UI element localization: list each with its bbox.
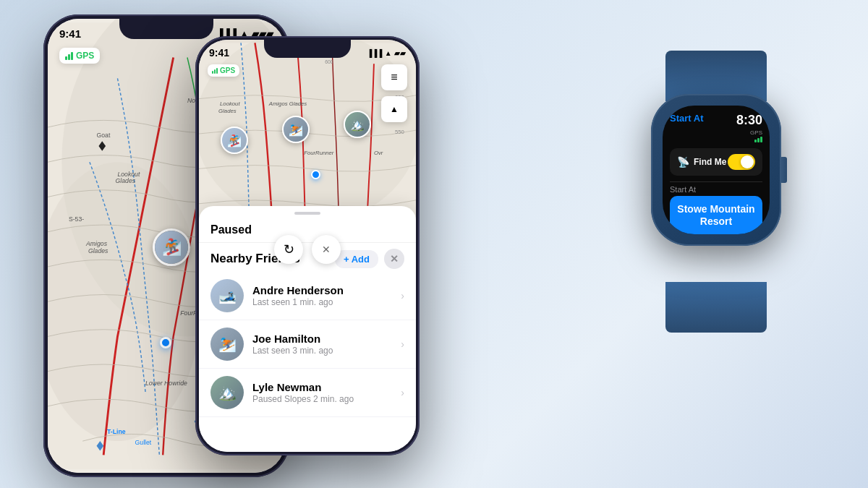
friend-row-1[interactable]: ⛷️ Joe Hamilton Last seen 3 min. ago › bbox=[199, 320, 416, 369]
map-menu-btn[interactable]: ≡ bbox=[381, 64, 407, 90]
watch-bar1 bbox=[754, 140, 757, 142]
svg-text:Glades: Glades bbox=[116, 177, 136, 184]
friend-chevron-1: › bbox=[401, 338, 404, 350]
watch-title: Start At bbox=[670, 113, 703, 124]
reload-btn[interactable]: ↻ bbox=[274, 235, 303, 264]
friend-status-0: Last seen 1 min. ago bbox=[252, 297, 392, 307]
friend-info-1: Joe Hamilton Last seen 3 min. ago bbox=[252, 333, 392, 356]
front-user-dot bbox=[311, 170, 320, 179]
watch-time: 8:30 bbox=[736, 113, 762, 128]
watch-gps-bars bbox=[736, 137, 762, 142]
svg-text:Amigos Glades: Amigos Glades bbox=[268, 100, 307, 107]
watch-find-me-toggle[interactable] bbox=[728, 154, 755, 170]
back-phone-time: 9:41 bbox=[59, 27, 81, 40]
bar1 bbox=[65, 56, 67, 60]
friend-chevron-2: › bbox=[401, 387, 404, 398]
front-gps-label: GPS bbox=[220, 67, 235, 74]
watch-time-area: 8:30 GPS bbox=[736, 113, 762, 142]
front-avatar-3: 🏔️ bbox=[344, 111, 371, 138]
friend-avatar-2: 🏔️ bbox=[210, 376, 244, 409]
svg-text:Lower Howride: Lower Howride bbox=[145, 380, 187, 387]
front-phone-time: 9:41 bbox=[209, 47, 229, 59]
bar2 bbox=[68, 54, 70, 60]
svg-text:Lookout: Lookout bbox=[220, 100, 240, 107]
svg-text:FourRunner: FourRunner bbox=[304, 150, 334, 156]
friend-chevron-0: › bbox=[401, 290, 404, 301]
find-me-text: Find Me bbox=[694, 157, 726, 167]
avatar-marker-1: 🏂 bbox=[153, 228, 190, 266]
watch-crown bbox=[780, 157, 787, 183]
user-location-dot bbox=[160, 337, 171, 348]
friend-name-0: Andre Henderson bbox=[252, 284, 392, 296]
signal-icon: ▐▐▐ bbox=[367, 49, 382, 57]
watch-resort-btn[interactable]: Stowe Mountain Resort bbox=[670, 196, 762, 234]
friend-info-0: Andre Henderson Last seen 1 min. ago bbox=[252, 284, 392, 307]
svg-text:Lookout: Lookout bbox=[117, 171, 140, 178]
watch-gps-label: GPS bbox=[736, 129, 762, 136]
friend-name-1: Joe Hamilton bbox=[252, 333, 392, 345]
compass-btn[interactable]: ▲ bbox=[381, 96, 407, 122]
friend-info-2: Lyle Newman Paused Slopes 2 min. ago bbox=[252, 381, 392, 404]
friend-status-1: Last seen 3 min. ago bbox=[252, 346, 392, 356]
watch-screen: Start At 8:30 GPS 📡 Find Me bbox=[663, 106, 770, 234]
svg-text:T-Line: T-Line bbox=[107, 428, 126, 435]
back-phone-gps-badge: GPS bbox=[59, 48, 100, 64]
friend-row-2[interactable]: 🏔️ Lyle Newman Paused Slopes 2 min. ago … bbox=[199, 369, 416, 417]
apple-watch: Start At 8:30 GPS 📡 Find Me bbox=[637, 94, 796, 289]
close-map-btn[interactable]: ✕ bbox=[312, 235, 341, 264]
friend-avatar-1: ⛷️ bbox=[210, 328, 244, 361]
front-gps-badge: GPS bbox=[208, 64, 239, 77]
watch-band-bottom bbox=[665, 282, 767, 333]
watch-toggle-knob bbox=[741, 155, 754, 168]
watch-bar2 bbox=[757, 138, 760, 142]
gps-signal bbox=[65, 52, 73, 60]
front-phone: 9:41 ▐▐▐ ▲ ▰▰ bbox=[195, 36, 420, 455]
watch-header: Start At 8:30 GPS bbox=[670, 113, 762, 142]
friend-row-0[interactable]: 🎿 Andre Henderson Last seen 1 min. ago › bbox=[199, 272, 416, 320]
front-avatar-2: ⛷️ bbox=[282, 116, 310, 143]
watch-find-me-label: 📡 Find Me bbox=[677, 156, 726, 168]
svg-text:Glades: Glades bbox=[88, 247, 109, 254]
front-phone-map: Lookout Glades Amigos Glades FourRunner … bbox=[199, 40, 416, 228]
svg-text:Goat: Goat bbox=[97, 132, 111, 139]
front-status-icons: ▐▐▐ ▲ ▰▰ bbox=[367, 48, 406, 58]
svg-text:Ovr: Ovr bbox=[374, 150, 383, 156]
front-phone-status-bar: 9:41 ▐▐▐ ▲ ▰▰ bbox=[209, 43, 406, 61]
friend-status-2: Paused Slopes 2 min. ago bbox=[252, 394, 392, 404]
signal-broadcast-icon: 📡 bbox=[677, 156, 689, 168]
svg-text:550: 550 bbox=[395, 129, 404, 135]
battery-icon: ▰▰ bbox=[394, 49, 406, 57]
watch-find-me-row: 📡 Find Me bbox=[670, 148, 762, 176]
svg-text:Amigos: Amigos bbox=[85, 240, 108, 247]
watch-divider bbox=[670, 181, 762, 182]
watch-ui: Start At 8:30 GPS 📡 Find Me bbox=[663, 106, 770, 234]
friend-name-2: Lyle Newman bbox=[252, 381, 392, 393]
gps-label: GPS bbox=[76, 51, 94, 61]
svg-text:Glades: Glades bbox=[218, 108, 237, 114]
wifi-icon: ▲ bbox=[385, 49, 392, 57]
bar3 bbox=[71, 52, 73, 60]
friend-avatar-0: 🎿 bbox=[210, 279, 244, 312]
sheet-handle bbox=[294, 212, 320, 215]
svg-text:Gullet: Gullet bbox=[135, 439, 152, 446]
watch-bar3 bbox=[760, 137, 762, 142]
map-controls-row: ↻ ✕ bbox=[199, 235, 416, 264]
front-avatar-1: 🏂 bbox=[221, 127, 248, 154]
watch-start-at-label: Start At bbox=[670, 185, 762, 194]
watch-case: Start At 8:30 GPS 📡 Find Me bbox=[651, 94, 781, 246]
svg-text:S-53-: S-53- bbox=[69, 215, 84, 223]
